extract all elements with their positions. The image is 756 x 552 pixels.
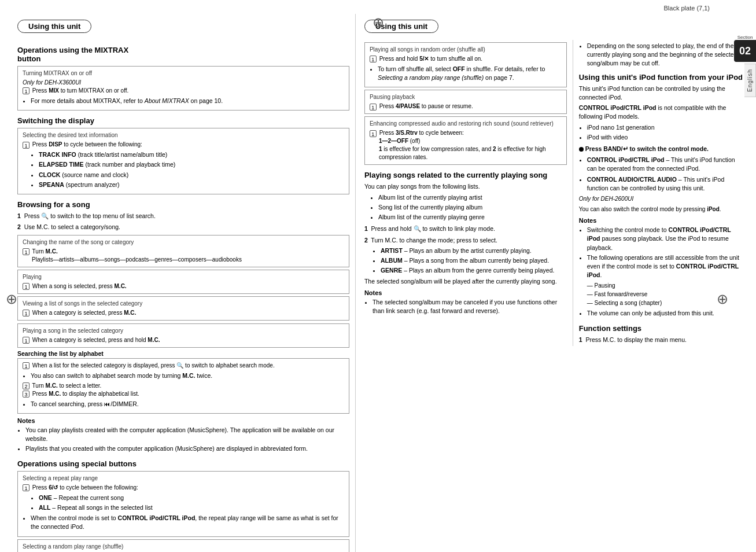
rel-notes-title: Notes [364,289,567,296]
ipod-mode1: CONTROL iPod/CTRL iPod – This unit's iPo… [587,156,744,173]
ipod-inc1: iPod nano 1st generation [587,123,744,132]
rel-after: The selected song/album will be played a… [364,277,567,286]
ipod-ctrl-note: CONTROL iPod/CTRL iPod is not compatible… [579,104,744,121]
alpha-b2: To cancel searching, press ⏮/DIMMER. [31,400,344,409]
notes-list: You can play playlists created with the … [17,426,349,454]
repeat-opt2: ALL – Repeat all songs in the selected l… [39,503,344,512]
mixtrax-bullets: For more details about MIXTRAX, refer to… [23,97,344,105]
pausing-step1: 1 Press 4/PAUSE to pause or resume. [370,102,562,111]
playing-related-title: Playing songs related to the currently p… [364,171,567,179]
switching-b2: ELAPSED TIME (track number and playback … [39,160,344,169]
rel-mode2: ALBUM – Plays a song from the album curr… [381,256,567,265]
browsing-box1-title: Changing the name of the song or categor… [23,238,344,246]
switching-step1: 1 Press DISP to cycle between the follow… [23,141,344,149]
browsing-step2: 2 Use M.C. to select a category/song. [17,223,349,231]
ipod-notes-title: Notes [579,217,744,224]
func-step1: 1 Press M.C. to display the main menu. [579,336,744,344]
ipod-press-band: Press BAND/↵ to switch the control mode. [579,145,744,153]
right-column: Using this unit Playing all songs in ran… [356,14,750,552]
rel-modes: ARTIST – Plays an album by the artist cu… [373,246,567,275]
switching-b1: TRACK INFO (track title/artist name/albu… [39,150,344,159]
ipod-dep1: Depending on the song selected to play, … [587,42,744,68]
ipod-intro: This unit's iPod function can be control… [579,84,744,102]
browsing-box3-title: Viewing a list of songs in the selected … [23,300,344,308]
rel-item3: Album list of the currently playing genr… [378,213,567,222]
alpha-step1: 1 When a list for the selected category … [23,362,344,370]
ipod-notes: Switching the control mode to CONTROL iP… [579,226,744,279]
note-2: Playlists that you created with the comp… [25,444,349,453]
browsing-title: Browsing for a song [17,200,349,209]
shuffle-all-title: Playing all songs in random order (shuff… [370,46,562,54]
rel-item1: Album list of the currently playing arti… [378,193,567,202]
switching-b3: CLOCK (source name and clock) [39,171,344,179]
section-number: 02 [734,40,756,62]
pausing-box: Pausing playback 1 Press 4/PAUSE to paus… [364,90,567,114]
mixtrax-box: Turning MIXTRAX on or off Only for DEH-X… [17,66,349,111]
english-tab: English [744,64,756,97]
browsing-box3: Viewing a list of songs in the selected … [17,296,349,321]
header-title: Black plate (7,1) [664,5,710,12]
shuffle-all-box: Playing all songs in random order (shuff… [364,42,567,87]
switching-b4: SPEANA (spectrum analyzer) [39,181,344,189]
left-column: Using this unit Operations using the MIX… [6,14,356,552]
left-section-heading: Using this unit [17,20,91,33]
browsing-box1: Changing the name of the song or categor… [17,235,349,267]
note-1: You can play playlists created with the … [25,426,349,443]
main-content: Using this unit Operations using the MIX… [0,14,756,552]
right-two-col: Playing all songs in random order (shuff… [364,40,744,346]
ipod-only-deh: Only for DEH-2600UI [579,195,744,204]
ipod-sub1: — Pausing [587,281,744,290]
browsing-box2: Playing 1 When a song is selected, press… [17,270,349,294]
ipod-also-switch: You can also switch the control mode by … [579,205,744,214]
enhancing-title: Enhancing compressed audio and restoring… [370,120,562,128]
mixtrax-box-title: Turning MIXTRAX on or off [23,69,344,78]
alpha-step3: 3 Press M.C. to display the alphabetical… [23,390,344,398]
ipod-note1: Switching the control mode to CONTROL iP… [587,226,744,252]
ipod-title: Using this unit's iPod function from you… [579,73,744,82]
page-container: ⊕ ⊕ ⊕ ⊕ Black plate (7,1) Section 02 Eng… [0,0,756,552]
right-col-1: Playing all songs in random order (shuff… [364,40,567,346]
alpha-step2: 2 Turn M.C. to select a letter. [23,382,344,390]
enhancing-box: Enhancing compressed audio and restoring… [364,116,567,165]
shuffle-title: Selecting a random play range (shuffle) [23,543,344,551]
enhancing-step1: 1 Press 3/S.Rtrv to cycle between: [370,129,562,137]
rel-mode1: ARTIST – Plays an album by the artist cu… [381,246,567,255]
pausing-title: Pausing playback [370,93,562,101]
func-settings-title: Function settings [579,324,744,333]
rel-notes: The selected song/album may be canceled … [364,298,567,315]
rel-note1: The selected song/album may be canceled … [373,298,567,315]
switching-box: Selecting the desired text information 1… [17,128,349,194]
mixtrax-only-label: Only for DEH-X3600UI [23,79,344,87]
notes-title: Notes [17,417,349,424]
mixtrax-title: Operations using the MIXTRAXbutton [17,46,349,63]
repeat-note: When the control mode is set to CONTROL … [23,514,344,531]
browsing-box2-title: Playing [23,273,344,281]
playing-cat-title: Playing a song in the selected category [23,327,344,335]
alpha-b1: You also can switch to alphabet search m… [31,371,344,380]
switching-bullets: TRACK INFO (track title/artist name/albu… [31,150,344,189]
browsing-step1: 1 Press 🔍 to switch to the top menu of l… [17,212,349,220]
repeat-step1: 1 Press 6/↺ to cycle between the followi… [23,484,344,492]
section-badge: Section 02 [734,35,756,62]
ipod-note2: The following operations are still acces… [587,253,744,280]
mixtrax-step1: 1 Press MIX to turn MIXTRAX on or off. [23,87,344,95]
right-crosshair-icon: ⊕ [717,291,728,307]
repeat-title: Selecting a repeat play range [23,474,344,483]
switching-box-title: Selecting the desired text information [23,131,344,139]
browsing-b1-step1: 1 Turn M.C. [23,248,344,256]
ipod-depending: Depending on the song selected to play, … [579,42,744,68]
alpha-bullets2: To cancel searching, press ⏮/DIMMER. [23,400,344,409]
section-label: Section [737,35,753,40]
special-buttons-title: Operations using special buttons [17,459,349,468]
repeat-options: ONE – Repeat the current song ALL – Repe… [31,494,344,512]
rel-mode3: GENRE – Plays an album from the genre cu… [381,266,567,275]
rel-item2: Song list of the currently playing album [378,203,567,212]
ipod-incompatible: iPod nano 1st generation iPod with video [579,123,744,142]
repeat-opt1: ONE – Repeat the current song [39,494,344,502]
playing-cat-step1: 1 When a category is selected, press and… [23,336,344,344]
ipod-inc2: iPod with video [587,133,744,142]
ipod-modes: CONTROL iPod/CTRL iPod – This unit's iPo… [579,156,744,193]
ipod-note3-wrap: The volume can only be adjusted from thi… [579,309,744,318]
rel-step1: 1 Press and hold 🔍 to switch to link pla… [364,225,567,233]
top-crosshair-icon: ⊕ [373,14,384,31]
